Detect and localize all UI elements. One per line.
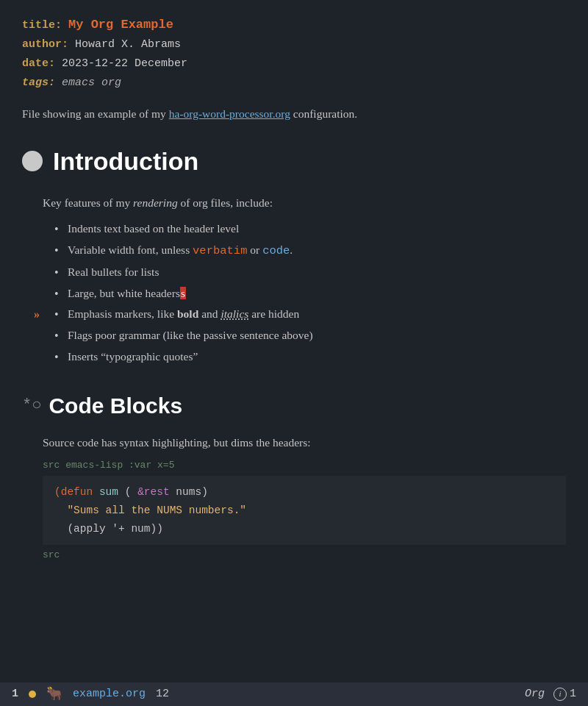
list-item-1: Indents text based on the header level bbox=[54, 220, 566, 238]
list-item-7-text: Inserts “typographic quotes” bbox=[68, 350, 198, 363]
code-nums: nums) bbox=[176, 486, 208, 498]
list-item-3: Real bullets for lists bbox=[54, 263, 566, 282]
features-intro: Key features of my rendering of org file… bbox=[43, 194, 566, 213]
features-intro-after: of org files, include: bbox=[178, 196, 273, 209]
code-inline-text: code bbox=[262, 244, 290, 257]
code-defun-keyword: (defun bbox=[54, 486, 93, 498]
intro-text-before: File showing an example of my bbox=[22, 107, 169, 120]
section2-heading-text: Code Blocks bbox=[49, 388, 182, 424]
list-item-2: Variable width font, unless verbatim or … bbox=[54, 241, 566, 260]
code-line-2: "Sums all the NUMS numbers." bbox=[54, 502, 554, 520]
list-item-6-text: Flags poor grammar (like the passive sen… bbox=[68, 329, 313, 341]
list-item-4: Large, but white headerss bbox=[54, 285, 566, 303]
status-info-number: 1 bbox=[570, 685, 576, 703]
cursor-s: s bbox=[180, 287, 186, 299]
code-block: (defun sum ( &rest nums) "Sums all the N… bbox=[43, 476, 566, 545]
section1-heading-text: Introduction bbox=[53, 141, 198, 181]
status-bar: 1 🐂 example.org 12 Org i 1 bbox=[0, 682, 588, 706]
code-function-name: sum bbox=[99, 486, 118, 498]
meta-author-value: Howard X. Abrams bbox=[75, 38, 181, 51]
verbatim-text: verbatim bbox=[193, 244, 247, 257]
code-apply: (apply ' bbox=[54, 523, 118, 535]
bold-text: bold bbox=[177, 307, 198, 320]
status-info: i 1 bbox=[553, 685, 576, 703]
section2-prefix: *○ bbox=[22, 393, 41, 418]
code-rest-param: &rest bbox=[137, 486, 170, 498]
emacs-icon: 🐂 bbox=[46, 684, 62, 705]
section1-heading: Introduction bbox=[22, 141, 566, 181]
meta-date-key: date: bbox=[22, 57, 55, 70]
intro-paragraph: File showing an example of my ha-org-wor… bbox=[22, 105, 566, 124]
meta-tags-line: tags: emacs org bbox=[22, 74, 566, 92]
source-description: Source code has syntax highlighting, but… bbox=[43, 434, 566, 452]
status-right-area: Org i 1 bbox=[525, 685, 576, 703]
meta-tags-value: emacs org bbox=[62, 76, 121, 89]
status-line-number: 1 bbox=[12, 685, 18, 703]
code-plus: + bbox=[118, 523, 125, 535]
features-list: Indents text based on the header level V… bbox=[54, 220, 566, 366]
code-line-3: (apply '+ num)) bbox=[54, 520, 554, 538]
status-filename[interactable]: example.org bbox=[73, 685, 146, 703]
features-intro-italic: rendering bbox=[133, 196, 178, 209]
meta-author-line: author: Howard X. Abrams bbox=[22, 36, 566, 54]
meta-author-key: author: bbox=[22, 38, 68, 51]
italic-text: italics bbox=[220, 307, 248, 320]
section1-bullet-circle bbox=[22, 151, 43, 171]
meta-title-line: title: My Org Example bbox=[22, 15, 566, 35]
meta-date-line: date: 2023-12-22 December bbox=[22, 55, 566, 73]
source-block: Source code has syntax highlighting, but… bbox=[43, 434, 566, 563]
status-dot bbox=[29, 691, 36, 698]
src-label-bottom: src bbox=[43, 548, 566, 563]
features-intro-before: Key features of my bbox=[43, 196, 133, 209]
code-line-1: (defun sum ( &rest nums) bbox=[54, 483, 554, 502]
list-item-6: Flags poor grammar (like the passive sen… bbox=[54, 327, 566, 345]
src-label-top: src emacs-lisp :var x=5 bbox=[43, 458, 566, 474]
code-num-end: num)) bbox=[125, 523, 163, 535]
status-info-icon: i bbox=[553, 688, 567, 701]
meta-title-key: title: bbox=[22, 19, 62, 32]
meta-tags-key: tags: bbox=[22, 76, 55, 89]
section2-heading: *○ Code Blocks bbox=[22, 388, 566, 424]
intro-link[interactable]: ha-org-word-processor.org bbox=[169, 107, 290, 120]
list-item-5: » Emphasis markers, like bold and italic… bbox=[54, 305, 566, 324]
content-area: title: My Org Example author: Howard X. … bbox=[0, 0, 588, 625]
status-mode: Org bbox=[525, 685, 545, 703]
code-space2: ( bbox=[125, 486, 132, 498]
passive-indicator: » bbox=[34, 305, 40, 324]
intro-text-after: configuration. bbox=[290, 107, 357, 120]
list-item-2-text: Variable width font, unless verbatim or … bbox=[68, 243, 293, 256]
list-item-1-text: Indents text based on the header level bbox=[68, 222, 239, 235]
code-docstring: "Sums all the NUMS numbers." bbox=[54, 504, 246, 516]
list-item-4-text: Large, but white headerss bbox=[68, 287, 186, 299]
meta-date-value: 2023-12-22 December bbox=[62, 57, 187, 70]
list-item-5-text: Emphasis markers, like bold and italics … bbox=[68, 307, 299, 320]
metadata-block: title: My Org Example author: Howard X. … bbox=[22, 15, 566, 92]
list-item-7: Inserts “typographic quotes” bbox=[54, 348, 566, 366]
meta-title-value: My Org Example bbox=[68, 18, 173, 32]
list-item-3-text: Real bullets for lists bbox=[68, 265, 159, 278]
status-col: 12 bbox=[156, 685, 169, 703]
